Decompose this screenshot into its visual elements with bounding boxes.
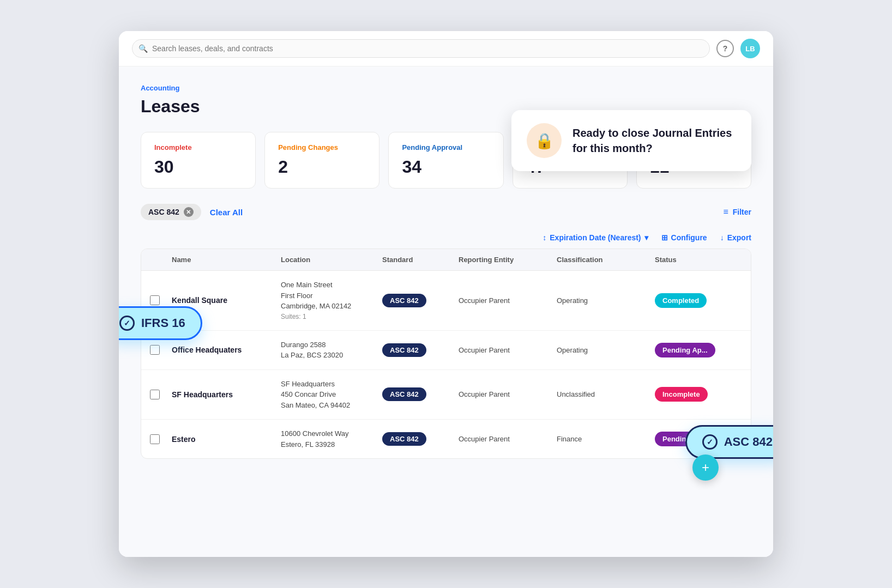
export-icon: ↓	[720, 233, 724, 242]
main-content: 🔒 Ready to close Journal Entries for thi…	[119, 66, 773, 557]
row-checkbox-3[interactable]	[150, 390, 160, 399]
journal-text: Ready to close Journal Entries for this …	[572, 125, 736, 156]
top-bar: 🔍 ? LB	[119, 31, 773, 66]
asc842-badge[interactable]: ✓ ASC 842	[685, 425, 773, 459]
filter-tag-close[interactable]: ✕	[184, 207, 194, 217]
row-checkbox-2[interactable]	[150, 345, 160, 355]
filter-left: ASC 842 ✕ Clear All	[141, 204, 243, 220]
row-status-1: Completed	[655, 293, 742, 308]
asc-check-icon: ✓	[702, 434, 718, 450]
configure-button[interactable]: ⊞ Configure	[661, 233, 707, 242]
filter-icon: ≡	[723, 207, 728, 217]
row-checkbox-4[interactable]	[150, 434, 160, 444]
table-header: Name Location Standard Reporting Entity …	[141, 249, 751, 271]
row-name-2[interactable]: Office Headquaters	[172, 345, 281, 354]
row-name-1[interactable]: Kendall Square	[172, 296, 281, 305]
filter-bar: ASC 842 ✕ Clear All ≡ Filter	[141, 204, 751, 220]
row-classification-2: Operating	[557, 346, 655, 354]
journal-popup: 🔒 Ready to close Journal Entries for thi…	[511, 110, 751, 171]
row-standard-2: ASC 842	[382, 343, 459, 357]
sort-icon: ↕	[543, 233, 546, 242]
ifrs-check-icon: ✓	[119, 316, 135, 331]
row-standard-1: ASC 842	[382, 294, 459, 307]
stat-card-pending-changes[interactable]: Pending Changes 2	[264, 132, 379, 189]
row-entity-3: Occupier Parent	[459, 390, 557, 398]
sort-button[interactable]: ↕ Expiration Date (Nearest) ▾	[543, 233, 648, 242]
row-classification-3: Unclassified	[557, 390, 655, 398]
breadcrumb[interactable]: Accounting	[141, 84, 751, 92]
stat-label-pending-changes: Pending Changes	[278, 143, 366, 151]
stat-value-pending-approval: 34	[402, 157, 490, 177]
row-entity-2: Occupier Parent	[459, 346, 557, 354]
stat-value-incomplete: 30	[154, 157, 242, 177]
row-location-3: SF Headquarters 450 Concar Drive San Mat…	[281, 379, 382, 411]
lease-table: Name Location Standard Reporting Entity …	[141, 248, 751, 459]
search-container: 🔍	[132, 39, 710, 58]
row-name-4[interactable]: Estero	[172, 435, 281, 444]
table-row: Office Headquaters Durango 2588 La Paz, …	[141, 331, 751, 370]
export-button[interactable]: ↓ Export	[720, 233, 751, 242]
clear-all-button[interactable]: Clear All	[210, 208, 243, 217]
row-status-2: Pending Ap...	[655, 343, 742, 357]
table-row: SF Headquarters SF Headquarters 450 Conc…	[141, 370, 751, 420]
row-location-4: 10600 Chevrolet Way Estero, FL 33928	[281, 428, 382, 450]
table-row: Kendall Square One Main Street First Flo…	[141, 271, 751, 331]
th-checkbox	[150, 256, 172, 264]
row-checkbox-1[interactable]	[150, 295, 160, 305]
row-classification-1: Operating	[557, 296, 655, 305]
row-standard-4: ASC 842	[382, 432, 459, 446]
avatar[interactable]: LB	[740, 39, 760, 58]
table-toolbar: ↕ Expiration Date (Nearest) ▾ ⊞ Configur…	[141, 233, 751, 242]
ifrs16-badge[interactable]: ✓ IFRS 16	[119, 306, 202, 340]
th-classification: Classification	[557, 256, 655, 264]
row-entity-1: Occupier Parent	[459, 296, 557, 305]
stat-value-pending-changes: 2	[278, 157, 366, 177]
fab-add-button[interactable]: +	[692, 454, 719, 481]
chevron-down-icon: ▾	[644, 233, 648, 242]
stat-label-incomplete: Incomplete	[154, 143, 242, 151]
row-location-2: Durango 2588 La Paz, BCS 23020	[281, 340, 382, 361]
row-location-1: One Main Street First Floor Cambridge, M…	[281, 280, 382, 322]
th-standard: Standard	[382, 256, 459, 264]
filter-tag-asc842[interactable]: ASC 842 ✕	[141, 204, 201, 220]
app-window: 🔍 ? LB 🔒 Ready to close Journal Entries …	[119, 31, 773, 557]
th-name: Name	[172, 256, 281, 264]
help-button[interactable]: ?	[716, 40, 734, 57]
table-row: Estero 10600 Chevrolet Way Estero, FL 33…	[141, 420, 751, 458]
search-input[interactable]	[132, 39, 710, 58]
th-status: Status	[655, 256, 742, 264]
journal-icon: 🔒	[527, 123, 562, 158]
stat-card-pending-approval[interactable]: Pending Approval 34	[388, 132, 503, 189]
filter-button[interactable]: ≡ Filter	[723, 207, 751, 217]
row-name-3[interactable]: SF Headquarters	[172, 390, 281, 399]
stat-label-pending-approval: Pending Approval	[402, 143, 490, 151]
row-status-3: Incomplete	[655, 387, 742, 402]
stat-card-incomplete[interactable]: Incomplete 30	[141, 132, 256, 189]
row-entity-4: Occupier Parent	[459, 435, 557, 443]
configure-icon: ⊞	[661, 233, 668, 242]
th-location: Location	[281, 256, 382, 264]
row-classification-4: Finance	[557, 435, 655, 443]
th-reporting-entity: Reporting Entity	[459, 256, 557, 264]
row-standard-3: ASC 842	[382, 387, 459, 401]
search-icon: 🔍	[138, 44, 148, 53]
